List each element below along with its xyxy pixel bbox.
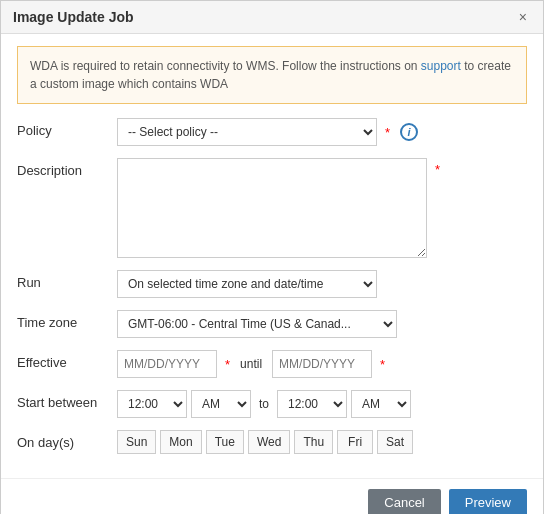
info-icon[interactable]: i bbox=[400, 123, 418, 141]
start-between-control-wrap: 12:00 AM to 12:00 AM bbox=[117, 390, 527, 418]
effective-control-wrap: * until * bbox=[117, 350, 527, 378]
start-between-label: Start between bbox=[17, 390, 117, 410]
support-link[interactable]: support bbox=[421, 59, 461, 73]
policy-required-star: * bbox=[385, 125, 390, 140]
run-control-wrap: On selected time zone and date/time bbox=[117, 270, 527, 298]
description-label: Description bbox=[17, 158, 117, 178]
effective-row: Effective * until * bbox=[17, 350, 527, 378]
until-required-star: * bbox=[380, 357, 385, 372]
to-label: to bbox=[255, 392, 273, 416]
timezone-control-wrap: GMT-06:00 - Central Time (US & Canad... bbox=[117, 310, 527, 338]
alert-banner: WDA is required to retain connectivity t… bbox=[17, 46, 527, 104]
description-textarea[interactable] bbox=[117, 158, 427, 258]
policy-label: Policy bbox=[17, 118, 117, 138]
day-button-sat[interactable]: Sat bbox=[377, 430, 413, 454]
end-ampm-select[interactable]: AM bbox=[351, 390, 411, 418]
close-button[interactable]: × bbox=[515, 9, 531, 25]
description-required-star: * bbox=[435, 162, 440, 177]
effective-label: Effective bbox=[17, 350, 117, 370]
start-time-select[interactable]: 12:00 bbox=[117, 390, 187, 418]
day-buttons-group: SunMonTueWedThuFriSat bbox=[117, 430, 413, 454]
dialog-body: WDA is required to retain connectivity t… bbox=[1, 34, 543, 478]
image-update-job-dialog: Image Update Job × WDA is required to re… bbox=[0, 0, 544, 514]
day-button-wed[interactable]: Wed bbox=[248, 430, 290, 454]
until-date-input[interactable] bbox=[272, 350, 372, 378]
until-label: until bbox=[234, 352, 268, 376]
run-select[interactable]: On selected time zone and date/time bbox=[117, 270, 377, 298]
description-row: Description * bbox=[17, 158, 527, 258]
day-button-sun[interactable]: Sun bbox=[117, 430, 156, 454]
preview-button[interactable]: Preview bbox=[449, 489, 527, 514]
on-days-row: On day(s) SunMonTueWedThuFriSat bbox=[17, 430, 527, 454]
run-row: Run On selected time zone and date/time bbox=[17, 270, 527, 298]
dialog-footer: Cancel Preview bbox=[1, 478, 543, 514]
timezone-select[interactable]: GMT-06:00 - Central Time (US & Canad... bbox=[117, 310, 397, 338]
start-between-row: Start between 12:00 AM to 12:00 AM bbox=[17, 390, 527, 418]
effective-required-star: * bbox=[225, 357, 230, 372]
policy-row: Policy -- Select policy -- * i bbox=[17, 118, 527, 146]
end-time-select[interactable]: 12:00 bbox=[277, 390, 347, 418]
timezone-label: Time zone bbox=[17, 310, 117, 330]
alert-text-before: WDA is required to retain connectivity t… bbox=[30, 59, 421, 73]
effective-date-input[interactable] bbox=[117, 350, 217, 378]
day-button-thu[interactable]: Thu bbox=[294, 430, 333, 454]
cancel-button[interactable]: Cancel bbox=[368, 489, 440, 514]
policy-control-wrap: -- Select policy -- * i bbox=[117, 118, 527, 146]
dialog-header: Image Update Job × bbox=[1, 1, 543, 34]
policy-select[interactable]: -- Select policy -- bbox=[117, 118, 377, 146]
on-days-label: On day(s) bbox=[17, 430, 117, 450]
timezone-row: Time zone GMT-06:00 - Central Time (US &… bbox=[17, 310, 527, 338]
on-days-control-wrap: SunMonTueWedThuFriSat bbox=[117, 430, 527, 454]
day-button-fri[interactable]: Fri bbox=[337, 430, 373, 454]
description-control-wrap: * bbox=[117, 158, 527, 258]
start-ampm-select[interactable]: AM bbox=[191, 390, 251, 418]
day-button-tue[interactable]: Tue bbox=[206, 430, 244, 454]
run-label: Run bbox=[17, 270, 117, 290]
day-button-mon[interactable]: Mon bbox=[160, 430, 201, 454]
dialog-title: Image Update Job bbox=[13, 9, 134, 25]
